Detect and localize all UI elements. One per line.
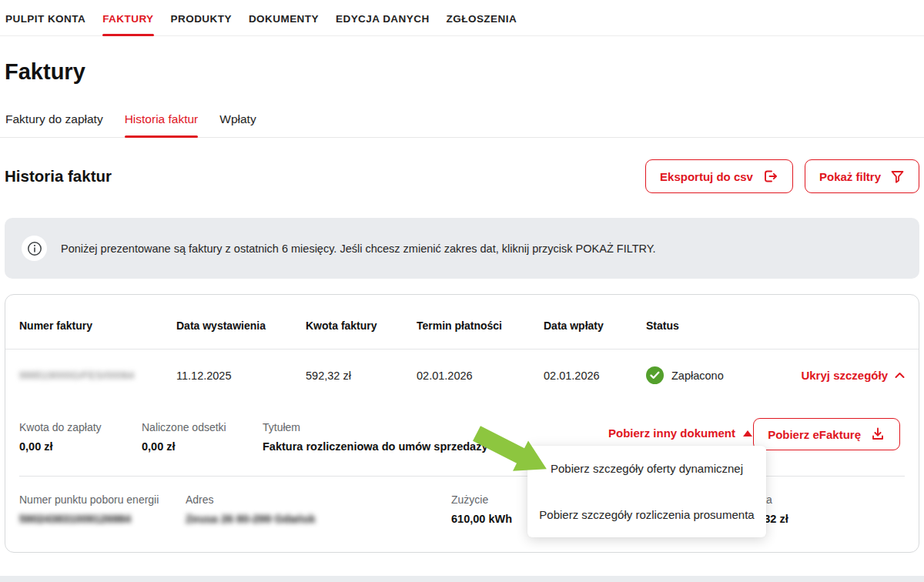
col-data-wplaty: Data wpłaty bbox=[544, 319, 646, 332]
detail-value: 0,00 zł bbox=[19, 440, 142, 453]
show-filters-button[interactable]: Pokaż filtry bbox=[805, 159, 919, 193]
meter-usage-label: Zużycie bbox=[451, 493, 512, 506]
download-other-document-trigger[interactable]: Pobierz inny dokument bbox=[608, 426, 752, 440]
invoice-amount: 592,32 zł bbox=[306, 370, 417, 382]
invoice-history-page: PULPIT KONTA FAKTURY PRODUKTY DOKUMENTY … bbox=[0, 0, 924, 582]
meter-ppe-label: Numer punktu poboru energii bbox=[19, 493, 186, 506]
page-title: Faktury bbox=[5, 59, 924, 85]
download-other-document-label: Pobierz inny dokument bbox=[608, 426, 735, 440]
filter-icon bbox=[890, 169, 905, 184]
download-document-menu: Pobierz szczegóły oferty dynamicznej Pob… bbox=[527, 446, 766, 537]
export-csv-button[interactable]: Eksportuj do csv bbox=[645, 159, 793, 193]
hide-details-label: Ukryj szczegóły bbox=[801, 369, 888, 382]
info-banner: Poniżej prezentowane są faktury z ostatn… bbox=[5, 218, 919, 279]
menu-item-rozliczenie-prosumenta[interactable]: Pobierz szczegóły rozliczenia prosumenta bbox=[527, 492, 766, 538]
payment-date: 02.01.2026 bbox=[544, 370, 646, 382]
meter-address-field: Adres Zeusa 26 80-299 Gdańsk bbox=[186, 493, 451, 525]
nav-item-dokumenty[interactable]: DOKUMENTY bbox=[249, 0, 319, 35]
section-header: Historia faktur Eksportuj do csv Pokaż f… bbox=[5, 159, 919, 193]
chevron-up-icon bbox=[895, 372, 905, 379]
nav-item-pulpit-konta[interactable]: PULPIT KONTA bbox=[5, 0, 85, 35]
download-efaktura-label: Pobierz eFakturę bbox=[768, 428, 861, 441]
export-csv-label: Eksportuj do csv bbox=[660, 170, 753, 183]
nav-item-produkty[interactable]: PRODUKTY bbox=[171, 0, 232, 35]
tab-faktury-do-zaplaty[interactable]: Faktury do zapłaty bbox=[5, 112, 103, 137]
nav-item-edycja-danych[interactable]: EDYCJA DANYCH bbox=[336, 0, 430, 35]
detail-label: Naliczone odsetki bbox=[142, 421, 263, 433]
detail-value: 0,00 zł bbox=[142, 440, 263, 453]
menu-item-oferta-dynamiczna[interactable]: Pobierz szczegóły oferty dynamicznej bbox=[527, 446, 766, 492]
section-actions: Eksportuj do csv Pokaż filtry bbox=[645, 159, 919, 193]
invoice-tabs: Faktury do zapłaty Historia faktur Wpłat… bbox=[0, 112, 924, 138]
meter-ppe-value-redacted: 590243831009126984 bbox=[19, 513, 186, 525]
page-bottom-strip bbox=[0, 576, 924, 582]
detail-value: Faktura rozliczeniowa do umów sprzedaży bbox=[263, 440, 487, 453]
due-date: 02.01.2026 bbox=[417, 370, 544, 382]
meter-address-label: Adres bbox=[186, 493, 451, 506]
detail-naliczone-odsetki: Naliczone odsetki 0,00 zł bbox=[142, 421, 263, 453]
detail-tytulem: Tytułem Faktura rozliczeniowa do umów sp… bbox=[263, 421, 487, 453]
triangle-up-icon bbox=[743, 430, 752, 436]
detail-label: Tytułem bbox=[263, 421, 487, 433]
detail-label: Kwota do zapłaty bbox=[19, 421, 142, 433]
show-filters-label: Pokaż filtry bbox=[819, 170, 881, 183]
info-icon bbox=[22, 236, 47, 261]
detail-kwota-do-zaplaty: Kwota do zapłaty 0,00 zł bbox=[19, 421, 142, 453]
issue-date: 11.12.2025 bbox=[176, 370, 306, 382]
meter-ppe-field: Numer punktu poboru energii 590243831009… bbox=[19, 493, 186, 525]
col-kwota-faktury: Kwota faktury bbox=[306, 319, 417, 332]
invoice-table-card: Numer faktury Data wystawienia Kwota fak… bbox=[5, 294, 919, 553]
col-termin-platnosci: Termin płatności bbox=[417, 319, 544, 332]
download-efaktura-button[interactable]: Pobierz eFakturę bbox=[753, 418, 900, 450]
nav-item-faktury[interactable]: FAKTURY bbox=[102, 0, 153, 35]
table-header-row: Numer faktury Data wystawienia Kwota fak… bbox=[5, 295, 919, 350]
meter-info-section: Numer punktu poboru energii 590243831009… bbox=[19, 493, 512, 525]
top-navigation: PULPIT KONTA FAKTURY PRODUKTY DOKUMENTY … bbox=[0, 0, 924, 36]
section-title: Historia faktur bbox=[5, 167, 112, 186]
hide-details-link[interactable]: Ukryj szczegóły bbox=[763, 369, 905, 382]
invoice-number-redacted: 999519000G/FES/00064 bbox=[19, 370, 176, 381]
col-data-wystawienia: Data wystawienia bbox=[176, 319, 306, 332]
nav-item-zgloszenia[interactable]: ZGŁOSZENIA bbox=[447, 0, 517, 35]
meter-address-value-redacted: Zeusa 26 80-299 Gdańsk bbox=[186, 513, 451, 525]
table-row: 999519000G/FES/00064 11.12.2025 592,32 z… bbox=[5, 350, 919, 403]
meter-usage-value: 610,00 kWh bbox=[451, 513, 512, 525]
status-label: Zapłacono bbox=[671, 370, 724, 382]
tab-historia-faktur[interactable]: Historia faktur bbox=[125, 112, 199, 137]
export-icon bbox=[762, 169, 778, 184]
check-icon bbox=[646, 366, 664, 384]
details-divider bbox=[19, 476, 905, 477]
tab-wplaty[interactable]: Wpłaty bbox=[219, 112, 256, 137]
col-status: Status bbox=[646, 319, 763, 332]
info-banner-text: Poniżej prezentowane są faktury z ostatn… bbox=[61, 242, 656, 255]
download-icon bbox=[870, 426, 886, 442]
meter-usage-field: Zużycie 610,00 kWh bbox=[451, 493, 512, 525]
col-numer-faktury: Numer faktury bbox=[19, 319, 176, 332]
status-badge: Zapłacono bbox=[646, 366, 763, 384]
